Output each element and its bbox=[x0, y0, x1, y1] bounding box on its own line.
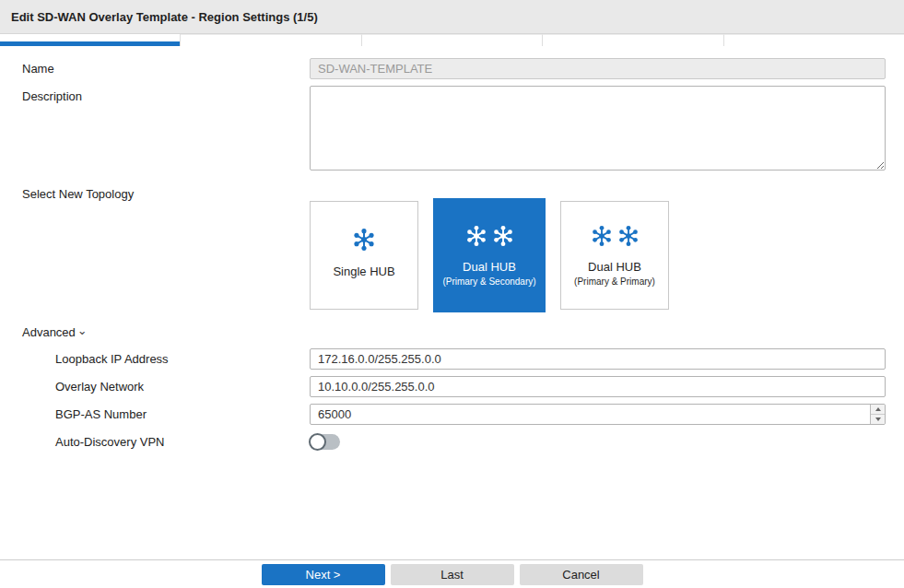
topology-cards: Single HUB bbox=[310, 187, 886, 312]
card-subtitle: (Primary & Primary) bbox=[574, 276, 655, 287]
loopback-label: Loopback IP Address bbox=[0, 348, 310, 366]
hub-icon-group bbox=[590, 224, 640, 248]
description-label: Description bbox=[0, 86, 310, 103]
wizard-step-bar bbox=[0, 34, 904, 46]
advpn-toggle[interactable] bbox=[310, 434, 340, 450]
hub-icon bbox=[590, 224, 614, 248]
description-row: Description bbox=[0, 86, 904, 174]
card-title: Dual HUB bbox=[588, 260, 641, 274]
overlay-network-label: Overlay Network bbox=[0, 376, 310, 394]
description-input[interactable] bbox=[310, 86, 886, 171]
spinner-down-button[interactable] bbox=[871, 415, 885, 424]
hub-icon bbox=[464, 224, 488, 248]
card-subtitle: (Primary & Secondary) bbox=[442, 276, 535, 287]
spinner-up-button[interactable] bbox=[871, 405, 885, 415]
overlay-network-input[interactable] bbox=[310, 376, 886, 397]
triangle-up-icon bbox=[875, 407, 881, 411]
dialog-title: Edit SD-WAN Overlay Template - Region Se… bbox=[11, 10, 318, 24]
bgp-as-label: BGP-AS Number bbox=[0, 404, 310, 421]
loopback-row: Loopback IP Address bbox=[0, 348, 904, 370]
hub-icon-group bbox=[351, 227, 377, 253]
step-tab-1[interactable] bbox=[0, 34, 181, 46]
advpn-row: Auto-Discovery VPN bbox=[0, 431, 904, 450]
name-row: Name bbox=[0, 58, 904, 79]
hub-icon bbox=[491, 224, 515, 248]
form-content: Name Description Select New Topology bbox=[0, 46, 904, 450]
triangle-down-icon bbox=[875, 417, 881, 421]
name-label: Name bbox=[0, 58, 310, 76]
name-input bbox=[310, 58, 886, 79]
toggle-knob bbox=[309, 433, 326, 451]
hub-icon bbox=[351, 227, 377, 253]
number-spinner bbox=[870, 405, 885, 424]
topology-label: Select New Topology bbox=[0, 187, 310, 201]
topology-row: Select New Topology bbox=[0, 187, 904, 312]
hub-icon bbox=[616, 224, 640, 248]
advpn-label: Auto-Discovery VPN bbox=[0, 431, 310, 449]
dialog-titlebar: Edit SD-WAN Overlay Template - Region Se… bbox=[0, 0, 904, 34]
card-title: Single HUB bbox=[333, 265, 394, 278]
bgp-as-row: BGP-AS Number bbox=[0, 404, 904, 425]
dialog-footer: Next > Last Cancel bbox=[0, 559, 904, 588]
chevron-down-icon: ⌄ bbox=[77, 327, 88, 335]
step-tab-2[interactable] bbox=[181, 34, 361, 46]
overlay-network-row: Overlay Network bbox=[0, 376, 904, 397]
bgp-as-input[interactable] bbox=[310, 404, 886, 425]
cancel-button[interactable]: Cancel bbox=[520, 564, 643, 585]
card-title: Dual HUB bbox=[463, 260, 516, 274]
step-tab-5[interactable] bbox=[724, 34, 904, 46]
advanced-section-toggle[interactable]: Advanced ⌄ bbox=[0, 325, 88, 339]
hub-icon-group bbox=[464, 224, 515, 248]
topology-card-dual-hub-primary-primary[interactable]: Dual HUB (Primary & Primary) bbox=[560, 201, 669, 310]
step-tab-4[interactable] bbox=[543, 34, 723, 46]
advanced-label: Advanced bbox=[22, 325, 76, 339]
loopback-input[interactable] bbox=[310, 348, 886, 370]
next-button[interactable]: Next > bbox=[262, 564, 385, 585]
topology-card-dual-hub-primary-secondary[interactable]: Dual HUB (Primary & Secondary) bbox=[433, 198, 546, 312]
topology-card-single-hub[interactable]: Single HUB bbox=[310, 201, 418, 310]
step-tab-3[interactable] bbox=[362, 34, 543, 46]
last-button[interactable]: Last bbox=[391, 564, 514, 585]
